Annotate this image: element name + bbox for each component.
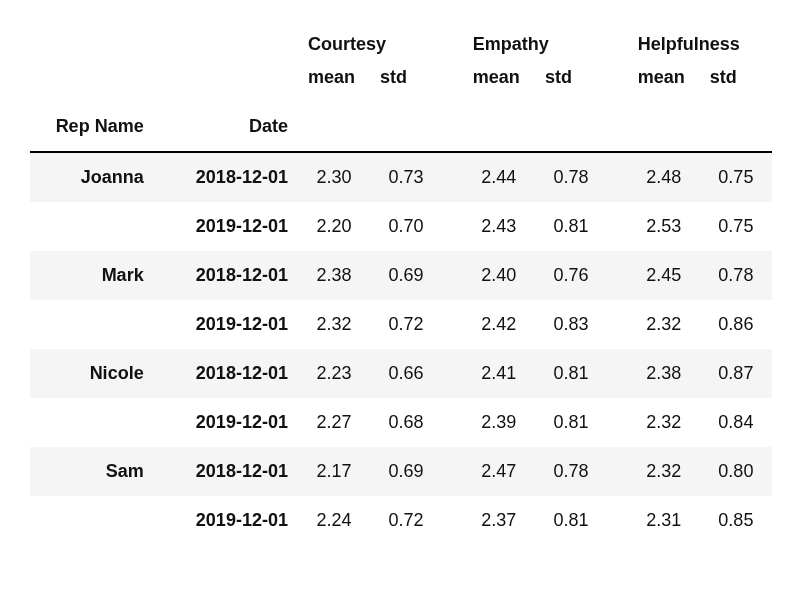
value-cell: 2.30 <box>298 152 370 202</box>
value-cell: 0.72 <box>370 496 442 545</box>
rep-name-cell: Nicole <box>30 349 154 398</box>
value-cell: 0.85 <box>700 496 772 545</box>
value-cell: 2.53 <box>628 202 700 251</box>
metric-header: Helpfulness <box>628 20 772 61</box>
value-cell: 2.40 <box>463 251 535 300</box>
table-body: Joanna 2018-12-01 2.30 0.73 2.44 0.78 2.… <box>30 152 772 545</box>
value-cell: 0.73 <box>370 152 442 202</box>
value-cell: 0.70 <box>370 202 442 251</box>
value-cell: 2.32 <box>628 398 700 447</box>
stat-header: std <box>700 61 772 102</box>
value-cell: 0.84 <box>700 398 772 447</box>
value-cell: 0.83 <box>535 300 607 349</box>
table-row: Joanna 2018-12-01 2.30 0.73 2.44 0.78 2.… <box>30 152 772 202</box>
value-cell: 0.81 <box>535 398 607 447</box>
stat-header: mean <box>298 61 370 102</box>
index-header-row: Rep Name Date <box>30 102 772 152</box>
rep-name-cell: Sam <box>30 447 154 496</box>
table-row: Nicole 2018-12-01 2.23 0.66 2.41 0.81 2.… <box>30 349 772 398</box>
value-cell: 2.37 <box>463 496 535 545</box>
value-cell: 2.47 <box>463 447 535 496</box>
date-cell: 2018-12-01 <box>154 349 298 398</box>
value-cell: 0.72 <box>370 300 442 349</box>
value-cell: 0.78 <box>535 447 607 496</box>
date-cell: 2018-12-01 <box>154 447 298 496</box>
table-row: 2019-12-01 2.32 0.72 2.42 0.83 2.32 0.86 <box>30 300 772 349</box>
value-cell: 0.81 <box>535 202 607 251</box>
stat-header: mean <box>628 61 700 102</box>
value-cell: 2.45 <box>628 251 700 300</box>
value-cell: 0.69 <box>370 447 442 496</box>
value-cell: 0.86 <box>700 300 772 349</box>
date-cell: 2018-12-01 <box>154 152 298 202</box>
date-cell: 2019-12-01 <box>154 496 298 545</box>
metric-header: Empathy <box>463 20 607 61</box>
stat-header: std <box>370 61 442 102</box>
rep-name-header: Rep Name <box>30 102 154 152</box>
date-cell: 2019-12-01 <box>154 202 298 251</box>
metric-header: Courtesy <box>298 20 442 61</box>
date-cell: 2019-12-01 <box>154 398 298 447</box>
value-cell: 2.42 <box>463 300 535 349</box>
metric-header-row: Courtesy Empathy Helpfulness <box>30 20 772 61</box>
value-cell: 0.76 <box>535 251 607 300</box>
value-cell: 2.32 <box>628 447 700 496</box>
rep-name-cell: Joanna <box>30 152 154 202</box>
rep-name-cell <box>30 398 154 447</box>
rep-name-cell <box>30 300 154 349</box>
value-cell: 2.43 <box>463 202 535 251</box>
value-cell: 2.27 <box>298 398 370 447</box>
value-cell: 2.39 <box>463 398 535 447</box>
table-row: 2019-12-01 2.27 0.68 2.39 0.81 2.32 0.84 <box>30 398 772 447</box>
value-cell: 0.87 <box>700 349 772 398</box>
value-cell: 2.31 <box>628 496 700 545</box>
stats-table: Courtesy Empathy Helpfulness mean std me… <box>30 20 772 545</box>
value-cell: 0.68 <box>370 398 442 447</box>
table-row: 2019-12-01 2.24 0.72 2.37 0.81 2.31 0.85 <box>30 496 772 545</box>
value-cell: 2.32 <box>298 300 370 349</box>
value-cell: 2.38 <box>298 251 370 300</box>
value-cell: 2.20 <box>298 202 370 251</box>
rep-name-cell <box>30 496 154 545</box>
date-cell: 2018-12-01 <box>154 251 298 300</box>
value-cell: 0.78 <box>700 251 772 300</box>
rep-name-cell: Mark <box>30 251 154 300</box>
value-cell: 2.24 <box>298 496 370 545</box>
value-cell: 2.32 <box>628 300 700 349</box>
table-row: Sam 2018-12-01 2.17 0.69 2.47 0.78 2.32 … <box>30 447 772 496</box>
value-cell: 2.48 <box>628 152 700 202</box>
value-cell: 0.66 <box>370 349 442 398</box>
date-header: Date <box>154 102 298 152</box>
value-cell: 0.75 <box>700 202 772 251</box>
value-cell: 0.75 <box>700 152 772 202</box>
value-cell: 0.80 <box>700 447 772 496</box>
value-cell: 0.78 <box>535 152 607 202</box>
value-cell: 2.17 <box>298 447 370 496</box>
date-cell: 2019-12-01 <box>154 300 298 349</box>
value-cell: 0.81 <box>535 496 607 545</box>
stat-header: std <box>535 61 607 102</box>
table-row: Mark 2018-12-01 2.38 0.69 2.40 0.76 2.45… <box>30 251 772 300</box>
rep-name-cell <box>30 202 154 251</box>
value-cell: 2.44 <box>463 152 535 202</box>
value-cell: 0.81 <box>535 349 607 398</box>
stat-header: mean <box>463 61 535 102</box>
value-cell: 2.23 <box>298 349 370 398</box>
table-row: 2019-12-01 2.20 0.70 2.43 0.81 2.53 0.75 <box>30 202 772 251</box>
value-cell: 0.69 <box>370 251 442 300</box>
stat-header-row: mean std mean std mean std <box>30 61 772 102</box>
value-cell: 2.38 <box>628 349 700 398</box>
value-cell: 2.41 <box>463 349 535 398</box>
